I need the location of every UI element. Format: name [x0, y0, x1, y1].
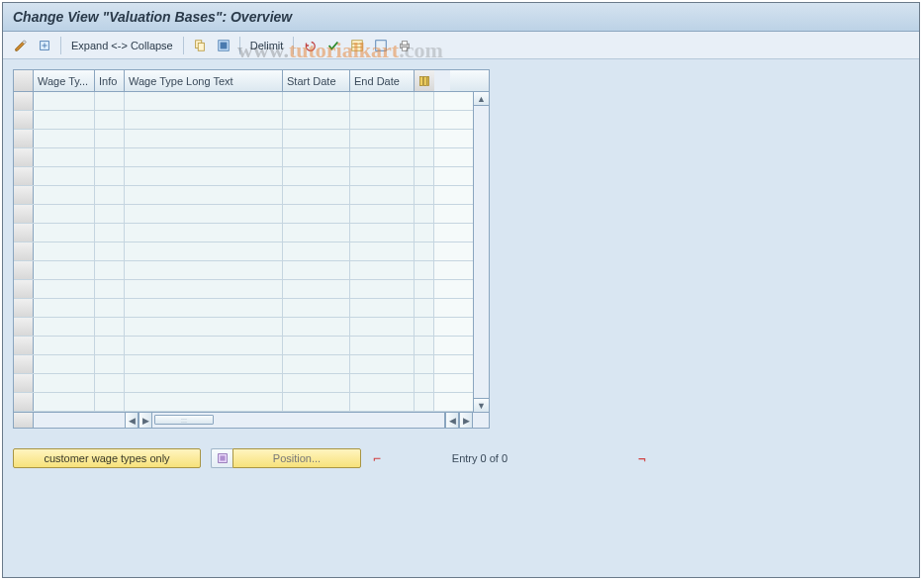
cell-long-text[interactable] — [125, 186, 283, 204]
customer-wage-types-button[interactable]: customer wage types only — [13, 448, 201, 468]
cell-start-date[interactable] — [283, 393, 350, 411]
row-selector[interactable] — [14, 205, 34, 223]
cell-end-date[interactable] — [350, 261, 415, 279]
cell-info[interactable] — [95, 242, 125, 260]
cell-long-text[interactable] — [125, 148, 283, 166]
cell-info[interactable] — [95, 224, 125, 242]
row-selector[interactable] — [14, 242, 34, 260]
cell-long-text[interactable] — [125, 224, 283, 242]
row-selector[interactable] — [14, 167, 34, 185]
table-row[interactable] — [14, 280, 473, 299]
cell-end-date[interactable] — [350, 280, 415, 298]
table-row[interactable] — [14, 337, 473, 355]
hscroll-thumb[interactable]: ::: — [154, 415, 214, 425]
cell-wage-type[interactable] — [34, 280, 95, 298]
cell-long-text[interactable] — [125, 337, 283, 354]
row-selector[interactable] — [14, 337, 34, 354]
cell-wage-type[interactable] — [34, 374, 95, 392]
scroll-left-icon[interactable]: ◀ — [125, 413, 139, 428]
row-selector[interactable] — [14, 318, 34, 336]
cell-start-date[interactable] — [283, 224, 350, 242]
hscroll-track[interactable]: ::: — [152, 413, 445, 428]
cell-start-date[interactable] — [283, 130, 350, 147]
cell-wage-type[interactable] — [34, 148, 95, 166]
cell-wage-type[interactable] — [34, 224, 95, 242]
cell-info[interactable] — [95, 355, 125, 373]
cell-long-text[interactable] — [125, 374, 283, 392]
cell-info[interactable] — [95, 299, 125, 317]
cell-info[interactable] — [95, 280, 125, 298]
cell-info[interactable] — [95, 111, 125, 129]
select-all-icon[interactable] — [214, 36, 233, 55]
cell-end-date[interactable] — [350, 374, 415, 392]
row-selector[interactable] — [14, 148, 34, 166]
cell-start-date[interactable] — [283, 111, 350, 129]
cell-long-text[interactable] — [125, 205, 283, 223]
expand-collapse-button[interactable]: Expand <-> Collapse — [67, 40, 177, 51]
row-selector[interactable] — [14, 393, 34, 411]
col-wage-type-long[interactable]: Wage Type Long Text — [125, 70, 283, 91]
row-selector[interactable] — [14, 299, 34, 317]
row-selector[interactable] — [14, 374, 34, 392]
cell-wage-type[interactable] — [34, 92, 95, 110]
cell-wage-type[interactable] — [34, 261, 95, 279]
table-row[interactable] — [14, 167, 473, 186]
cell-long-text[interactable] — [125, 393, 283, 411]
row-selector[interactable] — [14, 130, 34, 147]
other-view-icon[interactable] — [35, 36, 54, 55]
row-selector[interactable] — [14, 92, 34, 110]
cell-long-text[interactable] — [125, 261, 283, 279]
cell-end-date[interactable] — [350, 167, 415, 185]
scroll-left-end-icon[interactable]: ◀ — [445, 413, 459, 428]
cell-long-text[interactable] — [125, 92, 283, 110]
cell-end-date[interactable] — [350, 130, 415, 147]
copy-icon[interactable] — [190, 36, 210, 55]
cell-end-date[interactable] — [350, 148, 415, 166]
undo-icon[interactable] — [300, 36, 320, 55]
cell-info[interactable] — [95, 337, 125, 354]
cell-wage-type[interactable] — [34, 186, 95, 204]
cell-wage-type[interactable] — [34, 242, 95, 260]
table-row[interactable] — [14, 318, 473, 337]
col-info[interactable]: Info — [95, 70, 125, 91]
delimit-button[interactable]: Delimit — [246, 40, 288, 51]
cell-start-date[interactable] — [283, 92, 350, 110]
table-row[interactable] — [14, 148, 473, 167]
cell-wage-type[interactable] — [34, 167, 95, 185]
cell-end-date[interactable] — [350, 337, 415, 354]
scroll-right-step-icon[interactable]: ▶ — [139, 413, 152, 428]
row-selector-header[interactable] — [14, 70, 34, 91]
cell-info[interactable] — [95, 130, 125, 147]
table-row[interactable] — [14, 186, 473, 205]
cell-end-date[interactable] — [350, 299, 415, 317]
cell-wage-type[interactable] — [34, 337, 95, 354]
cell-start-date[interactable] — [283, 280, 350, 298]
table-row[interactable] — [14, 393, 473, 412]
scroll-down-icon[interactable]: ▼ — [474, 398, 489, 412]
row-selector[interactable] — [14, 280, 34, 298]
table-settings-icon[interactable] — [415, 70, 434, 91]
col-end-date[interactable]: End Date — [350, 70, 415, 91]
table-row[interactable] — [14, 130, 473, 148]
cell-long-text[interactable] — [125, 111, 283, 129]
cell-wage-type[interactable] — [34, 299, 95, 317]
table-row[interactable] — [14, 299, 473, 318]
col-wage-type[interactable]: Wage Ty... — [34, 70, 95, 91]
cell-end-date[interactable] — [350, 92, 415, 110]
cell-info[interactable] — [95, 374, 125, 392]
cell-start-date[interactable] — [283, 318, 350, 336]
cell-info[interactable] — [95, 148, 125, 166]
cell-info[interactable] — [95, 318, 125, 336]
cell-long-text[interactable] — [125, 280, 283, 298]
row-selector[interactable] — [14, 355, 34, 373]
scroll-right-end-icon[interactable]: ▶ — [459, 413, 473, 428]
position-icon[interactable] — [211, 448, 232, 468]
select-block-icon[interactable] — [347, 36, 367, 55]
cell-info[interactable] — [95, 167, 125, 185]
cell-wage-type[interactable] — [34, 318, 95, 336]
cell-end-date[interactable] — [350, 318, 415, 336]
col-start-date[interactable]: Start Date — [283, 70, 350, 91]
cell-start-date[interactable] — [283, 205, 350, 223]
save-icon[interactable] — [323, 36, 343, 55]
deselect-all-icon[interactable] — [371, 36, 391, 55]
